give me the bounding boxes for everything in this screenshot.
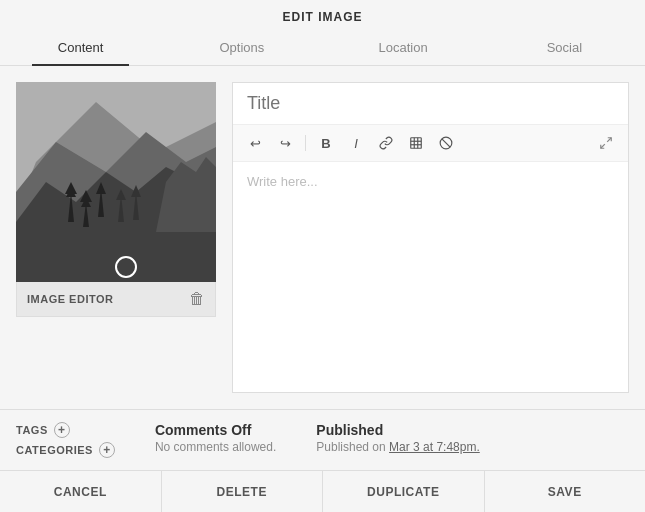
svg-line-26 xyxy=(601,144,605,148)
cancel-button[interactable]: CANCEL xyxy=(0,471,162,512)
meta-published: Published Published on Mar 3 at 7:48pm. xyxy=(316,422,479,454)
meta-tags-categories: TAGS + CATEGORIES + xyxy=(16,422,115,458)
action-bar: CANCEL DELETE DUPLICATE SAVE xyxy=(0,470,645,512)
svg-rect-18 xyxy=(411,138,422,149)
tab-content[interactable]: Content xyxy=(0,30,161,65)
tab-bar: Content Options Location Social xyxy=(0,30,645,66)
add-category-button[interactable]: + xyxy=(99,442,115,458)
toolbar-separator-1 xyxy=(305,135,306,151)
expand-button[interactable] xyxy=(594,131,618,155)
categories-row: CATEGORIES + xyxy=(16,442,115,458)
bold-button[interactable]: B xyxy=(314,131,338,155)
image-panel: IMAGE EDITOR 🗑 xyxy=(16,82,216,393)
write-area[interactable]: Write here... xyxy=(233,162,628,392)
image-footer: IMAGE EDITOR 🗑 xyxy=(16,282,216,317)
undo-button[interactable]: ↩ xyxy=(243,131,267,155)
table-button[interactable] xyxy=(404,131,428,155)
comments-subtitle: No comments allowed. xyxy=(155,440,276,454)
tags-row: TAGS + xyxy=(16,422,115,438)
svg-line-24 xyxy=(442,139,450,147)
duplicate-button[interactable]: DUPLICATE xyxy=(323,471,485,512)
meta-comments: Comments Off No comments allowed. xyxy=(155,422,276,454)
meta-bar: TAGS + CATEGORIES + Comments Off No comm… xyxy=(0,409,645,470)
tags-label: TAGS xyxy=(16,424,48,436)
image-editor-label[interactable]: IMAGE EDITOR xyxy=(27,293,113,305)
save-button[interactable]: SAVE xyxy=(485,471,646,512)
tab-social[interactable]: Social xyxy=(484,30,645,65)
published-date: Published on Mar 3 at 7:48pm. xyxy=(316,440,479,454)
page-title: EDIT IMAGE xyxy=(0,0,645,30)
editor-panel: ↩ ↪ B I xyxy=(232,82,629,393)
delete-image-icon[interactable]: 🗑 xyxy=(189,290,205,308)
image-preview xyxy=(16,82,216,282)
published-title: Published xyxy=(316,422,479,438)
italic-button[interactable]: I xyxy=(344,131,368,155)
link-button[interactable] xyxy=(374,131,398,155)
svg-line-25 xyxy=(607,138,611,142)
main-content: IMAGE EDITOR 🗑 ↩ ↪ B I xyxy=(0,66,645,409)
tab-location[interactable]: Location xyxy=(323,30,484,65)
delete-button[interactable]: DELETE xyxy=(162,471,324,512)
editor-toolbar: ↩ ↪ B I xyxy=(233,125,628,162)
tab-options[interactable]: Options xyxy=(161,30,322,65)
title-input[interactable] xyxy=(233,83,628,125)
categories-label: CATEGORIES xyxy=(16,444,93,456)
add-tag-button[interactable]: + xyxy=(54,422,70,438)
redo-button[interactable]: ↪ xyxy=(273,131,297,155)
block-button[interactable] xyxy=(434,131,458,155)
published-link[interactable]: Mar 3 at 7:48pm. xyxy=(389,440,480,454)
comments-title: Comments Off xyxy=(155,422,276,438)
